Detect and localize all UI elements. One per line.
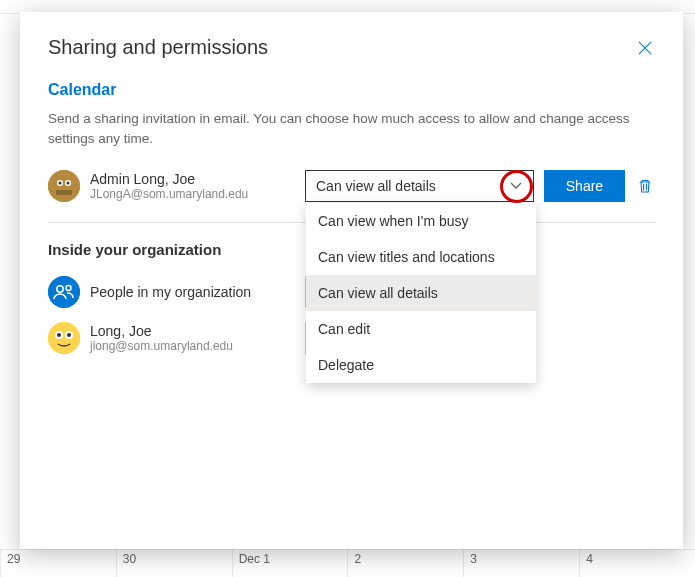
dropdown-option-edit[interactable]: Can edit	[306, 311, 536, 347]
svg-point-4	[67, 181, 70, 184]
day-cell[interactable]: Dec 1	[232, 549, 348, 577]
permission-select[interactable]: Can view all details Can view when I'm b…	[305, 170, 534, 202]
invitee-email: JLongA@som.umaryland.edu	[90, 187, 295, 201]
org-row-name: Long, Joe	[90, 323, 233, 339]
day-cell[interactable]: 4	[579, 549, 695, 577]
svg-point-12	[57, 333, 61, 337]
avatar	[48, 170, 80, 202]
avatar	[48, 322, 80, 354]
dropdown-option-titles[interactable]: Can view titles and locations	[306, 239, 536, 275]
invitee-row: Admin Long, Joe JLongA@som.umaryland.edu…	[48, 170, 655, 202]
permission-dropdown: Can view when I'm busy Can view titles a…	[306, 203, 536, 383]
permission-selected-label: Can view all details	[316, 178, 436, 194]
org-row-name: People in my organization	[90, 284, 251, 300]
svg-point-13	[67, 333, 71, 337]
svg-point-9	[48, 322, 80, 354]
people-icon	[48, 276, 80, 308]
day-cell[interactable]: 3	[463, 549, 579, 577]
day-cell[interactable]: 29	[0, 549, 116, 577]
svg-point-6	[48, 276, 80, 308]
modal-header: Sharing and permissions	[48, 36, 655, 59]
day-numbers-row: 29 30 Dec 1 2 3 4	[0, 549, 695, 577]
modal-title: Sharing and permissions	[48, 36, 268, 59]
dropdown-option-delegate[interactable]: Delegate	[306, 347, 536, 383]
trash-icon[interactable]	[635, 178, 655, 194]
day-cell[interactable]: 2	[347, 549, 463, 577]
invitee-info: Admin Long, Joe JLongA@som.umaryland.edu	[90, 171, 295, 201]
day-cell[interactable]: 30	[116, 549, 232, 577]
chevron-down-icon	[509, 179, 523, 193]
invitee-name: Admin Long, Joe	[90, 171, 295, 187]
svg-point-3	[59, 181, 62, 184]
section-description: Send a sharing invitation in email. You …	[48, 109, 655, 150]
dropdown-option-busy[interactable]: Can view when I'm busy	[306, 203, 536, 239]
dropdown-option-all-details[interactable]: Can view all details	[306, 275, 536, 311]
svg-rect-0	[48, 170, 80, 202]
svg-rect-5	[56, 190, 72, 195]
share-button[interactable]: Share	[544, 170, 625, 202]
sharing-permissions-modal: Sharing and permissions Calendar Send a …	[20, 12, 683, 549]
close-icon[interactable]	[635, 38, 655, 58]
org-row-email: jlong@som.umaryland.edu	[90, 339, 233, 353]
calendar-section-title: Calendar	[48, 81, 655, 99]
